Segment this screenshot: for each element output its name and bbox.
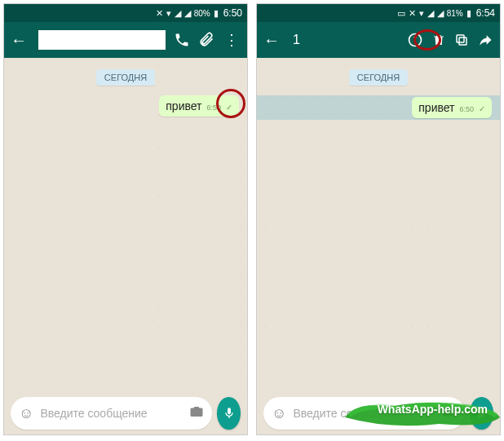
selection-count: 1	[293, 33, 399, 47]
menu-icon[interactable]: ⋮	[223, 31, 241, 49]
screenshot-icon: ▭	[397, 8, 405, 19]
vibrate-icon: ✕	[156, 8, 163, 19]
battery-text: 80%	[194, 9, 210, 18]
phone-right: ▭ ✕ ▾ ◢ ◢ 81% ▮ 6:54 ← 1	[256, 3, 501, 435]
message-text: привет	[166, 99, 201, 112]
input-pill: ☺	[263, 397, 465, 430]
check-icon: ✓	[226, 103, 232, 112]
battery-icon: ▮	[214, 8, 219, 19]
selection-header: ← 1	[257, 22, 500, 58]
message-bubble[interactable]: привет 6:50 ✓	[159, 95, 239, 117]
svg-rect-4	[457, 35, 464, 42]
battery-icon: ▮	[466, 8, 471, 19]
status-bar: ✕ ▾ ◢ ◢ 80% ▮ 6:50	[4, 4, 247, 22]
vibrate-icon: ✕	[409, 8, 416, 19]
clock-text: 6:54	[476, 7, 495, 19]
emoji-icon[interactable]: ☺	[272, 405, 286, 422]
svg-point-2	[414, 37, 416, 38]
message-bubble[interactable]: привет 6:50 ✓	[412, 97, 492, 118]
camera-icon[interactable]	[442, 404, 457, 422]
chat-header: ← ⋮	[4, 22, 247, 58]
delete-icon[interactable]	[431, 33, 446, 47]
clock-text: 6:50	[223, 7, 242, 19]
battery-text: 81%	[447, 9, 463, 18]
emoji-icon[interactable]: ☺	[19, 405, 33, 422]
sim1-icon: ◢	[175, 8, 181, 19]
message-row[interactable]: привет 6:50 ✓	[12, 95, 239, 117]
contact-title[interactable]	[38, 30, 166, 50]
message-text: привет	[418, 101, 454, 114]
forward-icon[interactable]	[477, 32, 493, 48]
input-bar: ☺	[4, 392, 247, 434]
copy-icon[interactable]	[454, 33, 469, 47]
check-icon: ✓	[479, 104, 485, 113]
camera-icon[interactable]	[189, 404, 204, 422]
wifi-icon: ▾	[419, 8, 424, 19]
date-chip: СЕГОДНЯ	[96, 69, 155, 86]
message-time: 6:50	[459, 105, 474, 113]
date-chip: СЕГОДНЯ	[349, 69, 408, 86]
sim2-icon: ◢	[437, 8, 444, 19]
info-icon[interactable]	[407, 32, 423, 48]
message-row-selected[interactable]: привет 6:50 ✓	[257, 95, 500, 120]
call-icon[interactable]	[174, 32, 190, 48]
chat-body: СЕГОДНЯ привет 6:50 ✓	[4, 58, 247, 392]
svg-rect-3	[459, 37, 466, 45]
send-icon	[478, 408, 488, 419]
wifi-icon: ▾	[166, 8, 171, 19]
message-input[interactable]	[40, 407, 183, 420]
phone-left: ✕ ▾ ◢ ◢ 80% ▮ 6:50 ← ⋮ СЕГОДНЯ привет	[3, 3, 248, 435]
back-button[interactable]: ←	[263, 31, 280, 50]
chat-body: СЕГОДНЯ привет 6:50 ✓	[257, 58, 500, 392]
input-pill: ☺	[11, 397, 212, 430]
sim2-icon: ◢	[184, 8, 191, 19]
message-input[interactable]	[293, 407, 435, 420]
back-button[interactable]: ←	[11, 31, 27, 50]
sim1-icon: ◢	[427, 8, 434, 19]
attach-icon[interactable]	[198, 32, 214, 48]
message-time: 6:50	[206, 104, 221, 112]
send-button[interactable]	[470, 397, 493, 430]
mic-button[interactable]	[217, 397, 241, 430]
input-bar: ☺	[257, 392, 500, 434]
status-bar: ▭ ✕ ▾ ◢ ◢ 81% ▮ 6:54	[257, 4, 500, 22]
